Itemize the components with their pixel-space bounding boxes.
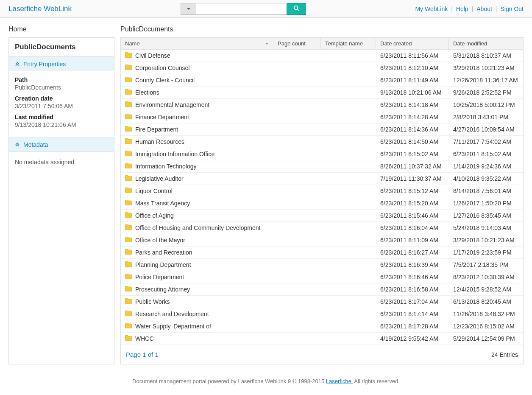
table-row[interactable]: Planning Department6/23/2011 8:16:39 AM7… [121,259,523,271]
help-link[interactable]: Help [456,6,468,12]
entry-properties-label: Entry Properties [23,61,66,67]
folder-icon [125,64,132,71]
folder-icon [125,298,132,305]
folder-name: Public Works [135,298,170,305]
cell-date-created: 6/23/2011 8:16:39 AM [376,261,449,268]
table-row[interactable]: Elections9/13/2018 10:21:06 AM9/26/2018 … [121,87,523,99]
folder-icon [125,237,132,244]
cell-date-created: 6/23/2011 8:14:18 AM [376,101,449,108]
folder-name: Office of Housing and Community Developm… [135,224,260,231]
folder-icon [125,89,132,96]
table-row[interactable]: Immigration Information Office6/23/2011 … [121,148,523,160]
search-input[interactable] [196,3,287,15]
table-row[interactable]: Office of the Mayor6/23/2011 8:11:09 AM3… [121,234,523,247]
footer-link[interactable]: Laserfiche. [326,378,353,384]
cell-date-modified: 1/26/2017 1:50:20 PM [449,200,523,207]
cell-date-created: 6/23/2011 8:16:04 AM [376,224,449,231]
search-button[interactable] [287,3,306,15]
folder-name: Information Technology [135,163,197,170]
cell-date-modified: 7/11/2017 7:54:02 AM [449,138,523,145]
folder-icon [125,224,132,231]
folder-icon [125,323,132,330]
column-date-created[interactable]: Date created [376,38,449,49]
cell-date-modified: 10/25/2018 5:00:12 PM [449,101,523,108]
folder-icon [125,101,132,108]
cell-date-created: 6/23/2011 8:14:36 AM [376,126,449,133]
table-row[interactable]: WHCC4/19/2012 9:55:42 AM5/29/2014 12:54:… [121,333,523,345]
table-row[interactable]: Information Technology8/26/2011 10:37:32… [121,160,523,173]
cell-date-created: 6/23/2011 8:16:58 AM [376,286,449,293]
table-row[interactable]: Research and Development6/23/2011 8:17:1… [121,308,523,320]
table-row[interactable]: Mass Transit Agency6/23/2011 8:15:20 AM1… [121,197,523,210]
folder-name: Environmental Management [135,101,209,108]
table-row[interactable]: Prosecuting Attorney6/23/2011 8:16:58 AM… [121,283,523,296]
cell-date-modified: 5/31/2018 8:10:37 AM [449,52,523,59]
cell-date-modified: 12/4/2015 9:28:52 AM [449,286,523,293]
table-row[interactable]: Finance Department6/23/2011 8:14:28 AM2/… [121,111,523,123]
table-row[interactable]: County Clerk - Council6/23/2011 8:11:49 … [121,74,523,87]
cell-date-created: 9/13/2018 10:21:06 AM [376,89,449,96]
search-type-dropdown[interactable] [181,3,196,15]
table-row[interactable]: Civil Defense6/23/2011 8:11:56 AM5/31/20… [121,50,523,62]
cell-date-modified: 3/29/2018 10:21:23 AM [449,237,523,244]
last-modified-label: Last modified [15,114,108,120]
about-link[interactable]: About [476,6,492,12]
folder-name: Elections [135,89,159,96]
path-value: PublicDocuments [15,84,108,91]
cell-date-modified: 1/27/2016 8:35:45 AM [449,212,523,219]
sort-asc-icon [265,40,269,47]
cell-date-created: 6/23/2011 8:16:46 AM [376,274,449,280]
entry-properties-header[interactable]: Entry Properties [9,57,114,71]
entry-properties-body: Path PublicDocuments Creation date 3/23/… [9,71,114,137]
table-row[interactable]: Office of Housing and Community Developm… [121,222,523,234]
logo[interactable]: Laserfiche WebLink [8,5,72,13]
cell-date-created: 6/23/2011 8:12:10 AM [376,64,449,71]
folder-icon [125,163,132,170]
table-row[interactable]: Liquor Control6/23/2011 8:15:12 AM8/14/2… [121,185,523,197]
table-row[interactable]: Fire Department6/23/2011 8:14:36 AM4/27/… [121,123,523,136]
creation-date-value: 3/23/2011 7:50:06 AM [15,103,108,109]
table-row[interactable]: Public Works6/23/2011 8:17:04 AM6/13/201… [121,296,523,308]
breadcrumb-home[interactable]: Home [8,25,120,33]
folder-name: Mass Transit Agency [135,200,190,207]
entry-count: 24 Entries [491,351,518,358]
cell-date-created: 4/19/2012 9:55:42 AM [376,335,449,342]
folder-icon [125,151,132,157]
my-weblink-link[interactable]: My WebLink [415,6,448,12]
column-name[interactable]: Name [121,38,273,49]
search-icon [293,5,300,13]
folder-name: WHCC [135,335,154,342]
column-page-count[interactable]: Page count [273,38,321,49]
table-row[interactable]: Parks and Recreation6/23/2011 8:16:27 AM… [121,247,523,259]
table-row[interactable]: Office of Aging6/23/2011 8:15:46 AM1/27/… [121,210,523,222]
breadcrumb: Home PublicDocuments [0,18,532,37]
metadata-label: Metadata [23,141,48,148]
cell-date-created: 6/23/2011 8:11:09 AM [376,237,449,244]
metadata-header[interactable]: Metadata [9,137,114,152]
table-row[interactable]: Corporation Counsel6/23/2011 8:12:10 AM3… [121,62,523,74]
cell-date-modified: 9/26/2018 2:52:52 PM [449,89,523,96]
column-date-modified[interactable]: Date modified [449,38,523,49]
folder-icon [125,188,132,194]
cell-date-created: 6/23/2011 8:11:49 AM [376,77,449,84]
cell-date-modified: 4/27/2016 10:09:54 AM [449,126,523,133]
column-template-name[interactable]: Template name [321,38,376,49]
page-info: Page 1 of 1 [126,351,159,358]
table-row[interactable]: Police Department6/23/2011 8:16:46 AM8/2… [121,271,523,283]
table-row[interactable]: Legislative Auditor7/19/2011 11:30:37 AM… [121,173,523,185]
folder-name: Liquor Control [135,188,173,194]
folder-name: Fire Department [135,126,178,133]
folder-name: County Clerk - Council [135,77,195,84]
table-body: Civil Defense6/23/2011 8:11:56 AM5/31/20… [121,50,523,345]
folder-icon [125,212,132,219]
signout-link[interactable]: Sign Out [501,6,524,12]
table-row[interactable]: Human Resources6/23/2011 8:14:50 AM7/11/… [121,136,523,148]
table-header: Name Page count Template name Date creat… [121,38,523,50]
table-row[interactable]: Environmental Management6/23/2011 8:14:1… [121,99,523,111]
folder-name: Civil Defense [135,52,170,59]
folder-name: Corporation Counsel [135,64,189,71]
table-row[interactable]: Water Supply, Department of6/23/2011 8:1… [121,320,523,333]
cell-date-modified: 12/23/2016 8:15:02 AM [449,323,523,330]
footer-text-after: All rights reserved. [353,378,400,384]
folder-name: Prosecuting Attorney [135,286,190,293]
